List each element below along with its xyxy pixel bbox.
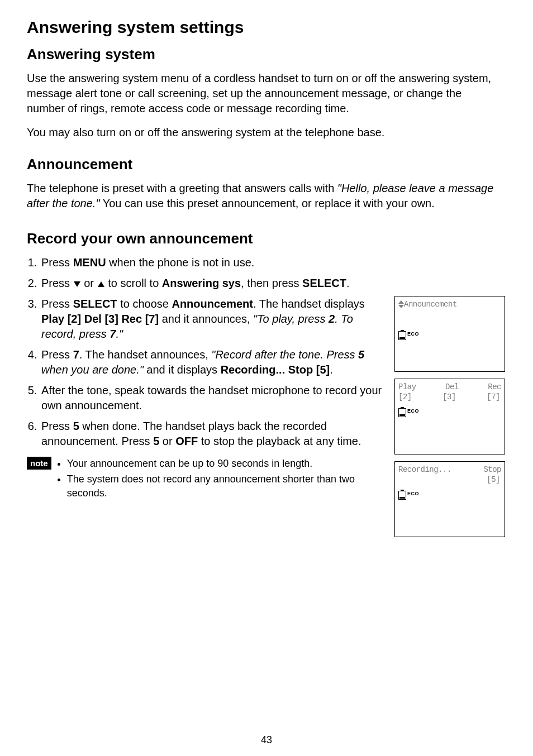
paragraph: You may also turn on or off the answerin… bbox=[27, 125, 502, 140]
screen-text: [3] bbox=[442, 393, 456, 401]
battery-icon bbox=[398, 491, 406, 500]
text-italic-bold: 7 bbox=[110, 328, 116, 340]
text: to stop the playback at any time. bbox=[198, 435, 361, 447]
text-bold: SELECT bbox=[73, 298, 117, 310]
text-bold: 5 bbox=[153, 435, 159, 447]
text-bold: Announcement bbox=[172, 298, 253, 310]
screen-text: [2] bbox=[398, 393, 412, 401]
battery-icon bbox=[398, 331, 406, 340]
section-heading-record: Record your own announcement bbox=[27, 230, 384, 247]
text: Press bbox=[41, 256, 73, 269]
text: Press bbox=[41, 277, 73, 289]
text-bold: SELECT bbox=[302, 277, 346, 289]
note-item: Your announcement can be up to 90 second… bbox=[67, 457, 384, 470]
text: . bbox=[330, 363, 333, 376]
step-4: Press 7. The handset announces, "Record … bbox=[40, 347, 384, 377]
text-italic-bold: 2 bbox=[329, 313, 335, 325]
text: The telephone is preset with a greeting … bbox=[27, 182, 337, 194]
note-badge: note bbox=[27, 457, 51, 470]
text: Press bbox=[41, 420, 73, 432]
text-italic: "Record after the tone. Press bbox=[211, 348, 358, 361]
up-arrow-icon bbox=[98, 281, 104, 287]
text: and it displays bbox=[144, 363, 221, 376]
screen-text: Stop bbox=[483, 465, 501, 474]
screen-text: Rec bbox=[488, 382, 501, 391]
text: Press bbox=[41, 298, 73, 310]
step-3: Press SELECT to choose Announcement. The… bbox=[40, 296, 384, 342]
text-italic: "To play, press bbox=[253, 313, 329, 325]
screen-text: Del bbox=[445, 382, 459, 391]
text-italic: ." bbox=[116, 328, 123, 340]
steps-list: Press MENU when the phone is not in use.… bbox=[27, 255, 384, 449]
text-bold: Answering sys bbox=[162, 277, 241, 289]
text: You can use this preset announcement, or… bbox=[100, 197, 435, 209]
eco-label: ECO bbox=[407, 491, 419, 496]
text-bold: 5 bbox=[73, 420, 79, 432]
text-bold: OFF bbox=[175, 435, 198, 447]
text-bold: Play [2] Del [3] Rec [7] bbox=[41, 313, 159, 325]
step-2: Press or to scroll to Answering sys, the… bbox=[40, 276, 384, 291]
text: or bbox=[159, 435, 175, 447]
text: Press bbox=[41, 348, 73, 361]
text: when the phone is not in use. bbox=[106, 256, 255, 269]
text: to choose bbox=[117, 298, 172, 310]
text-bold: 7 bbox=[73, 348, 79, 361]
page-number: 43 bbox=[0, 734, 533, 746]
text: and it announces, bbox=[159, 313, 253, 325]
handset-screen-2: Play Del Rec [2] [3] [7] ECO bbox=[394, 379, 505, 454]
down-arrow-icon bbox=[74, 281, 80, 287]
text-italic: when you are done." bbox=[41, 363, 144, 376]
text: or bbox=[81, 277, 97, 289]
step-1: Press MENU when the phone is not in use. bbox=[40, 255, 384, 270]
paragraph: Use the answering system menu of a cordl… bbox=[27, 71, 502, 116]
text-bold: Recording... Stop [5] bbox=[221, 363, 330, 376]
screen-text: [5] bbox=[487, 475, 500, 484]
screen-text: [7] bbox=[487, 393, 500, 401]
note-block: note Your announcement can be up to 90 s… bbox=[27, 457, 384, 502]
text: . The handset announces, bbox=[79, 348, 211, 361]
note-item: The system does not record any announcem… bbox=[67, 472, 384, 500]
section-heading-answering-system: Answering system bbox=[27, 46, 502, 63]
eco-label: ECO bbox=[407, 408, 419, 414]
text-bold: MENU bbox=[73, 256, 106, 269]
battery-icon bbox=[398, 408, 406, 417]
text: , then press bbox=[241, 277, 302, 289]
text: . bbox=[346, 277, 350, 289]
screen-text: Announcement bbox=[404, 300, 457, 309]
screen-text: Recording... bbox=[398, 465, 451, 474]
note-list: Your announcement can be up to 90 second… bbox=[57, 457, 384, 502]
handset-screen-1: Announcement ECO bbox=[394, 296, 505, 372]
text: . The handset displays bbox=[253, 298, 365, 310]
paragraph: The telephone is preset with a greeting … bbox=[27, 181, 502, 211]
up-down-icon bbox=[398, 300, 404, 308]
screen-text: Play bbox=[398, 382, 416, 391]
text: to scroll to bbox=[105, 277, 162, 289]
eco-label: ECO bbox=[407, 331, 419, 337]
section-heading-announcement: Announcement bbox=[27, 156, 502, 173]
step-5: After the tone, speak towards the handse… bbox=[40, 383, 384, 413]
step-6: Press 5 when done. The handset plays bac… bbox=[40, 419, 384, 449]
handset-screen-3: Recording... Stop [5] ECO bbox=[394, 461, 505, 537]
page-title: Answering system settings bbox=[27, 18, 384, 37]
text-italic-bold: 5 bbox=[358, 348, 364, 361]
